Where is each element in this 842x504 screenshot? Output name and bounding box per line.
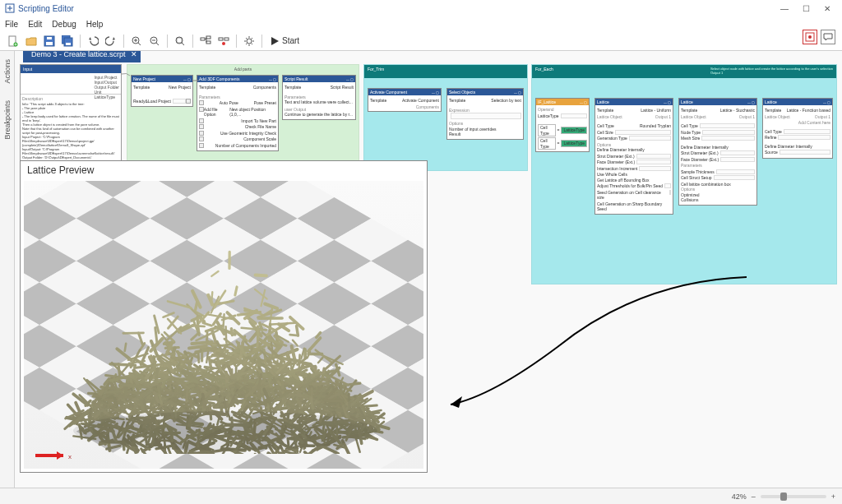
svg-line-1463 — [109, 400, 110, 407]
settings-button[interactable] — [241, 33, 257, 49]
svg-text:x: x — [68, 453, 72, 460]
svg-line-1514 — [318, 358, 323, 363]
svg-line-1502 — [340, 383, 341, 394]
start-button[interactable]: Start — [266, 36, 303, 46]
svg-rect-8 — [66, 43, 71, 45]
zone-for-trim: For_Trim Activate Component— ▢ TemplateA… — [363, 64, 528, 171]
svg-line-1394 — [141, 402, 144, 410]
node-new-project[interactable]: New Project— ▢ TemplateNew Project Ready… — [131, 75, 193, 107]
zone-header: For_Trim — [364, 65, 527, 78]
menu-help[interactable]: Help — [86, 20, 104, 29]
node-select-objects[interactable]: Select Objects— ▢ TemplateSelection by t… — [446, 88, 524, 140]
svg-line-1518 — [154, 357, 155, 366]
svg-line-1472 — [259, 359, 260, 366]
node-lattice-function[interactable]: Lattice— ▢ TemplateLattice - Function ba… — [762, 98, 833, 159]
svg-line-1503 — [206, 333, 207, 344]
side-tab-breakpoints[interactable]: Breakpoints — [2, 92, 13, 148]
zoom-in-button[interactable] — [128, 33, 145, 49]
svg-line-1492 — [362, 405, 377, 406]
menu-edit[interactable]: Edit — [28, 20, 42, 29]
svg-line-1350 — [226, 372, 227, 382]
preview-title: Lattice Preview — [21, 161, 427, 179]
info-description: Description Info: "This script adds 3 ob… — [21, 95, 121, 165]
svg-line-1191 — [297, 326, 298, 335]
side-tab-actions[interactable]: Actions — [2, 51, 13, 92]
svg-rect-12 — [177, 38, 182, 43]
toolbar: Start — [0, 31, 842, 51]
zoom-fit-button[interactable] — [172, 33, 188, 49]
stop-breakpoint-button[interactable] — [215, 33, 232, 49]
svg-line-567 — [265, 304, 277, 309]
close-button[interactable]: ✕ — [817, 2, 837, 15]
svg-point-1521 — [73, 411, 377, 451]
save-all-button[interactable] — [59, 33, 76, 49]
zoom-in-small[interactable]: + — [831, 492, 835, 501]
minimize-button[interactable]: — — [775, 2, 794, 15]
preview-viewport[interactable]: x — [24, 181, 423, 469]
svg-line-831 — [164, 313, 174, 317]
node-lattice-uniform[interactable]: Lattice— ▢ TemplateLattice - Uniform Lat… — [594, 98, 673, 215]
save-button[interactable] — [41, 33, 58, 49]
zoom-level: 42% — [732, 492, 747, 501]
node-activate-component[interactable]: Activate Component— ▢ TemplateActivate C… — [368, 88, 442, 112]
svg-line-204 — [270, 306, 272, 324]
svg-line-812 — [192, 342, 212, 344]
node-script-result[interactable]: Script Result— ▢ TemplateScript Result P… — [282, 75, 356, 120]
close-tab-icon[interactable]: ✕ — [131, 51, 137, 58]
zoom-out-button[interactable] — [146, 33, 163, 49]
new-file-button[interactable] — [5, 33, 21, 49]
redo-button[interactable] — [103, 33, 119, 49]
svg-line-1375 — [349, 394, 349, 409]
svg-line-1436 — [238, 373, 239, 379]
svg-line-1089 — [211, 271, 218, 276]
svg-line-659 — [226, 326, 227, 343]
svg-line-1283 — [155, 368, 158, 383]
play-icon — [270, 36, 280, 46]
window-title: Scripting Editor — [18, 4, 74, 13]
svg-line-975 — [198, 354, 199, 363]
zoom-slider[interactable] — [761, 495, 826, 498]
error-indicator-icon[interactable] — [803, 30, 817, 44]
svg-line-1388 — [313, 383, 328, 384]
node-if-lattice[interactable]: IF_Lattice— ▢ Operand LatticeType Cell T… — [535, 98, 590, 152]
side-tab-strip: Actions Breakpoints — [0, 51, 15, 488]
lattice-mesh — [57, 210, 394, 454]
svg-line-1231 — [231, 329, 232, 335]
svg-line-860 — [336, 364, 340, 375]
open-file-button[interactable] — [23, 33, 39, 49]
node-lattice-stochastic[interactable]: Lattice— ▢ TemplateLattice - Stochastic … — [678, 98, 757, 206]
script-info-panel: Input Input ProjectInput/Output Output F… — [20, 64, 122, 171]
undo-button[interactable] — [85, 33, 101, 49]
svg-point-19 — [247, 39, 252, 44]
document-tab[interactable]: Demo 3 - Create lattice.scrpt ✕ — [23, 51, 141, 62]
svg-point-18 — [222, 42, 225, 45]
svg-line-972 — [308, 338, 321, 352]
svg-rect-4 — [46, 42, 53, 45]
svg-line-1170 — [196, 303, 197, 310]
svg-line-1241 — [189, 346, 206, 349]
svg-line-435 — [125, 344, 127, 351]
node-add-components[interactable]: Add 3DF Components— ▢ TemplateComponents… — [197, 75, 279, 151]
status-bar: 42% – + — [0, 488, 842, 504]
svg-line-1400 — [123, 333, 144, 334]
zoom-out-small[interactable]: – — [752, 492, 756, 501]
svg-line-1052 — [235, 287, 237, 295]
svg-line-1006 — [258, 389, 259, 395]
info-meta: Input ProjectInput/Output Output FolderU… — [21, 73, 121, 95]
document-tab-label: Demo 3 - Create lattice.scrpt — [31, 51, 126, 58]
layout-button[interactable] — [197, 33, 214, 49]
menu-file[interactable]: File — [5, 20, 18, 29]
menu-debug[interactable]: Debug — [52, 20, 76, 29]
svg-line-1291 — [215, 291, 225, 307]
svg-line-1494 — [324, 400, 340, 401]
svg-line-1161 — [223, 314, 224, 328]
axis-indicator-icon: x — [29, 437, 78, 462]
menu-bar: File Edit Debug Help — [0, 16, 842, 31]
svg-rect-16 — [219, 38, 223, 40]
chat-icon[interactable] — [821, 30, 835, 44]
maximize-button[interactable]: ☐ — [796, 2, 816, 15]
svg-line-1132 — [302, 363, 311, 364]
svg-line-1379 — [282, 391, 303, 391]
svg-line-1216 — [270, 375, 271, 386]
svg-line-1450 — [321, 413, 330, 414]
